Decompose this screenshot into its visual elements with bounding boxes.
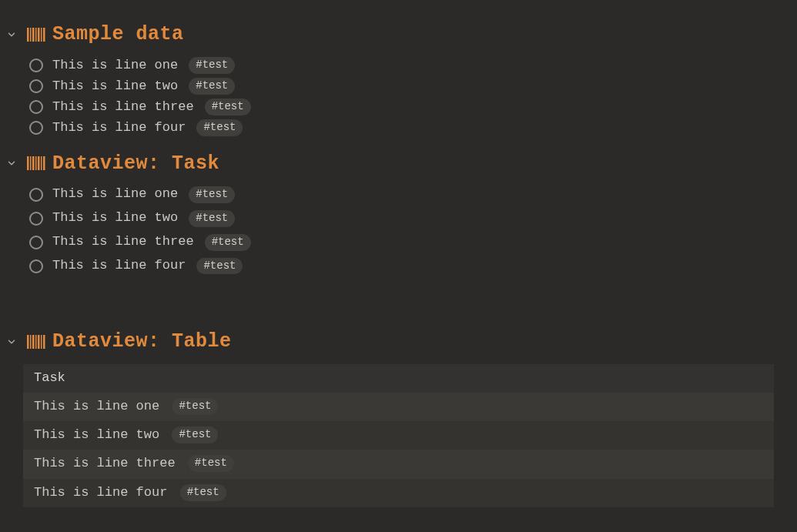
svg-rect-4 [38,28,40,42]
tag[interactable]: #test [188,455,234,472]
chevron-down-icon[interactable] [5,158,18,169]
task-text: This is line one [52,186,178,203]
svg-rect-16 [32,335,35,349]
section-dataview-task: Dataview: Task This is line one #test Th… [0,151,797,276]
task-item[interactable]: This is line one #test [29,186,797,203]
svg-rect-20 [43,335,45,349]
heading-table[interactable]: Dataview: Table [52,329,232,355]
svg-rect-17 [35,335,37,349]
task-item[interactable]: This is line four #test [29,119,797,137]
tag[interactable]: #test [172,398,218,415]
heading-row-sample[interactable]: Sample data [0,22,797,48]
tag[interactable]: #test [189,210,235,227]
task-list-sample: This is line one #test This is line two … [0,57,797,137]
unchecked-circle-icon[interactable] [29,121,43,135]
table-cell-text: This is line four [34,485,167,500]
table-header-task[interactable]: Task [23,364,774,393]
svg-rect-1 [30,28,32,42]
tag[interactable]: #test [180,484,226,501]
tag[interactable]: #test [205,234,251,251]
svg-rect-2 [32,28,35,42]
unchecked-circle-icon[interactable] [29,59,43,72]
unchecked-circle-icon[interactable] [29,259,43,273]
heading-marker-icon [26,333,48,350]
table-row[interactable]: This is line two #test [23,421,774,450]
heading-row-table[interactable]: Dataview: Table [0,329,797,355]
unchecked-circle-icon[interactable] [29,188,43,202]
unchecked-circle-icon[interactable] [29,236,43,249]
heading-marker-icon [26,26,48,43]
heading-sample[interactable]: Sample data [52,22,184,48]
tag[interactable]: #test [205,99,251,115]
unchecked-circle-icon[interactable] [29,79,43,93]
tag[interactable]: #test [189,186,235,203]
svg-rect-19 [41,335,42,349]
svg-rect-9 [32,156,35,170]
svg-rect-12 [41,156,42,170]
tag[interactable]: #test [196,119,243,136]
svg-rect-15 [30,335,32,349]
task-item[interactable]: This is line two #test [29,78,797,95]
task-item[interactable]: This is line one #test [29,57,797,75]
task-text: This is line four [52,257,186,275]
task-item[interactable]: This is line four #test [29,257,797,275]
task-text: This is line three [52,233,194,251]
svg-rect-18 [38,335,40,349]
svg-rect-3 [35,28,37,42]
heading-task[interactable]: Dataview: Task [52,151,219,177]
chevron-down-icon[interactable] [5,336,18,347]
task-list-dataview: This is line one #test This is line two … [0,186,797,275]
task-item[interactable]: This is line two #test [29,209,797,227]
heading-marker-icon [26,155,48,172]
task-text: This is line two [52,209,178,227]
table-row[interactable]: This is line four #test [23,479,774,507]
tag[interactable]: #test [189,57,235,74]
unchecked-circle-icon[interactable] [29,212,43,226]
table-row[interactable]: This is line one #test [23,393,774,421]
section-dataview-table: Dataview: Table Task This is line one #t… [0,329,797,507]
section-sample-data: Sample data This is line one #test This … [0,22,797,137]
heading-row-task[interactable]: Dataview: Task [0,151,797,177]
svg-rect-6 [43,28,45,42]
task-text: This is line two [52,78,178,95]
task-item[interactable]: This is line three #test [29,233,797,251]
table-wrap: Task This is line one #test This is line… [23,364,774,507]
table-cell-text: This is line three [34,457,176,471]
task-item[interactable]: This is line three #test [29,99,797,116]
tag[interactable]: #test [189,78,235,95]
svg-rect-14 [27,335,29,349]
svg-rect-10 [35,156,37,170]
unchecked-circle-icon[interactable] [29,100,43,114]
svg-rect-11 [38,156,40,170]
table-cell-text: This is line two [34,428,159,443]
dataview-table: Task This is line one #test This is line… [23,364,774,507]
svg-rect-13 [43,156,45,170]
svg-rect-8 [30,156,32,170]
task-text: This is line four [52,119,186,137]
table-row[interactable]: This is line three #test [23,450,774,478]
svg-rect-0 [27,28,29,42]
page: Sample data This is line one #test This … [0,0,797,532]
table-cell-text: This is line one [34,399,159,413]
task-text: This is line one [52,57,178,75]
chevron-down-icon[interactable] [5,29,18,40]
svg-rect-7 [27,156,29,170]
svg-rect-5 [41,28,42,42]
tag[interactable]: #test [196,258,243,275]
task-text: This is line three [52,99,194,116]
tag[interactable]: #test [172,427,218,443]
